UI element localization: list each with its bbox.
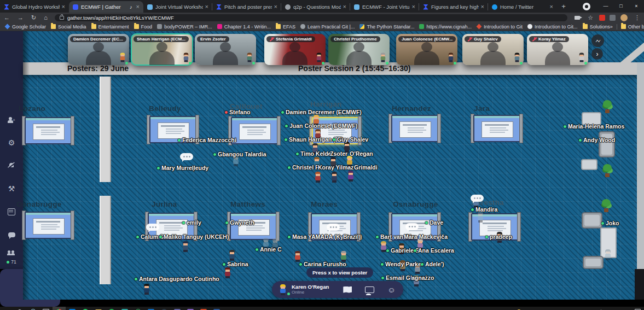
video-tile-koray[interactable]: Koray Yilmaz [527, 34, 588, 65]
taskbar-loop-app-icon[interactable] [131, 307, 144, 310]
taskbar-teams-icon[interactable]: T [171, 307, 184, 310]
invite-people-icon[interactable]: + [0, 115, 23, 124]
tab-ecmwf-joint[interactable]: ECMWF - Joint Virtual Wor× [350, 1, 419, 13]
address-bar[interactable]: gather.town/app/rHiEkiHDe8YkLsYW/ECMWF [55, 14, 567, 21]
camera-permission-icon[interactable] [575, 16, 580, 20]
taskbar-powerpoint-icon[interactable]: P [197, 307, 210, 310]
taskbar-chrome-icon[interactable] [53, 307, 66, 310]
extension-icon-red[interactable] [599, 15, 605, 21]
bookmark-item[interactable]: Google Scholar [5, 24, 46, 30]
video-tile-shaun[interactable]: Shaun Harrigan (ECM... [131, 34, 193, 65]
reload-button[interactable]: ↻ [31, 13, 36, 22]
next-videos-button[interactable]: › [591, 48, 603, 60]
calendar-icon[interactable] [0, 207, 23, 216]
plant [601, 199, 612, 212]
cortana-icon[interactable] [26, 307, 39, 310]
video-tile-christel[interactable]: Christel Prudhomme [328, 34, 390, 65]
extension-puzzle-icon[interactable] [610, 15, 616, 21]
home-button[interactable]: ⌂ [44, 13, 48, 22]
emote-smiley-icon[interactable]: ☺ [387, 286, 395, 294]
screen-share-icon[interactable] [365, 286, 374, 293]
profile-avatar[interactable] [620, 14, 628, 21]
bookmark-item[interactable]: The Python Standar... [359, 24, 414, 30]
close-window-button[interactable]: × [629, 0, 644, 13]
poster-stand-hernandez[interactable] [388, 114, 441, 142]
back-button[interactable]: ← [4, 13, 10, 22]
bookmark-folder[interactable]: Food [134, 24, 153, 30]
media-controls-icon[interactable] [583, 3, 590, 10]
taskbar-analytics-icon[interactable]: ▲ [184, 307, 197, 310]
taskbar-whatsapp-icon[interactable] [79, 307, 92, 310]
close-tab-icon[interactable]: × [412, 4, 415, 10]
minimize-button[interactable]: — [598, 0, 613, 13]
notifications-off-icon[interactable] [0, 161, 23, 170]
map-icon[interactable] [343, 286, 352, 293]
self-identity[interactable]: Karen O'Regan Online [292, 284, 329, 295]
participants-count[interactable]: 71 [7, 259, 16, 265]
bookmark-item[interactable]: Learn Practical Git |... [300, 24, 355, 30]
player-label: Grimaldi [354, 164, 378, 171]
new-tab-button[interactable]: + [557, 1, 570, 13]
close-tab-icon[interactable]: × [550, 4, 553, 10]
bookmark-item[interactable]: Chapter 1.4 - Writin... [217, 24, 271, 30]
tab-joint-workshop[interactable]: Joint Virtual Workshop on× [143, 1, 212, 13]
self-avatar[interactable] [279, 284, 287, 295]
video-tile-ervin[interactable]: Ervin Zsoter [195, 34, 256, 65]
task-view-icon[interactable] [39, 307, 53, 310]
close-tab-icon[interactable]: × [205, 4, 208, 10]
bookmark-star-icon[interactable]: ☆ [588, 13, 593, 22]
build-hammer-icon[interactable]: ⚒ [0, 184, 23, 193]
participants-icon[interactable] [0, 249, 23, 258]
close-tab-icon[interactable]: × [481, 4, 484, 10]
player-label: agnazzo [411, 274, 434, 281]
video-tile-guy[interactable]: Guy Shalev [462, 34, 524, 65]
taskbar-mail-icon[interactable]: ✉ [66, 307, 79, 310]
close-tab-icon[interactable]: × [343, 4, 346, 10]
folder-icon [621, 24, 626, 29]
taskbar-search-icon[interactable] [13, 307, 26, 310]
taskbar-screen-app-icon[interactable]: ▭ [118, 307, 131, 310]
settings-gear-icon[interactable]: ⚙ [0, 138, 23, 147]
taskbar-spotify-icon[interactable] [105, 307, 118, 310]
video-tile-stefania[interactable]: Stefania Grimaldi [264, 34, 326, 65]
bookmark-folder[interactable]: Social Media [51, 24, 86, 30]
restore-button[interactable]: □ [613, 0, 629, 13]
tab-pitch-poster[interactable]: Pitch and poster presenter× [212, 1, 281, 13]
bookmark-folder[interactable]: Solutions [583, 24, 610, 30]
poster-stand-matthews[interactable] [227, 212, 280, 240]
close-tab-icon[interactable]: × [274, 4, 277, 10]
menu-kebab-icon[interactable]: ⋮ [634, 13, 640, 22]
bookmark-item[interactable]: Introduction to Git [477, 24, 523, 30]
participant-name-pill: Shaun Harrigan (ECM... [134, 36, 189, 42]
bookmarks-overflow-icon[interactable]: » [610, 24, 613, 30]
tab-figures[interactable]: Figures and key highlights× [419, 1, 488, 13]
tab-q2p[interactable]: q2p - Questions Moderati× [281, 1, 350, 13]
bookmark-folder[interactable]: EFAS [276, 24, 295, 30]
bookmark-item[interactable]: Introduction to Git... [527, 24, 578, 30]
close-tab-icon[interactable]: × [62, 4, 65, 10]
self-name: Karen O'Regan [292, 284, 329, 290]
bookmark-item[interactable]: bodyPOWER – IMR... [157, 24, 212, 30]
close-tab-icon[interactable]: × [136, 4, 140, 10]
tab-ecmwf-gather[interactable]: ECMWF | Gather♪× [69, 1, 143, 13]
map-site-icon [419, 24, 424, 29]
poster-stand-lozano[interactable] [22, 116, 74, 144]
bookmark-folder[interactable]: Entertainment [91, 24, 129, 30]
video-tile-juan[interactable]: Juan Colonese (ECMW... [396, 34, 457, 65]
video-tile-damien[interactable]: Damien Decremer (EC... [68, 34, 129, 65]
taskbar-steam-icon[interactable] [158, 307, 171, 310]
chat-icon[interactable] [0, 230, 23, 239]
bookmark-item[interactable]: https://www.cignah... [419, 24, 472, 30]
other-bookmarks[interactable]: Other bookmarks [621, 24, 644, 30]
tab-twitter[interactable]: Home / Twitter× [488, 1, 557, 13]
poster-stand-jara[interactable] [471, 114, 523, 142]
expand-videos-button[interactable]: ↗↙ [591, 34, 604, 47]
taskbar-word-icon[interactable]: W [210, 307, 223, 310]
taskbar-outlook-icon[interactable]: O [144, 307, 158, 310]
poster-stand-osnabrugge-l[interactable] [22, 210, 74, 239]
forward-button[interactable]: → [18, 13, 24, 22]
start-button[interactable]: ⊞ [0, 307, 13, 310]
tab-global-hydro[interactable]: Global Hydro Workshop -× [0, 1, 69, 13]
tab-audio-icon[interactable]: ♪ [130, 4, 132, 10]
taskbar-explorer-icon[interactable] [92, 307, 105, 310]
